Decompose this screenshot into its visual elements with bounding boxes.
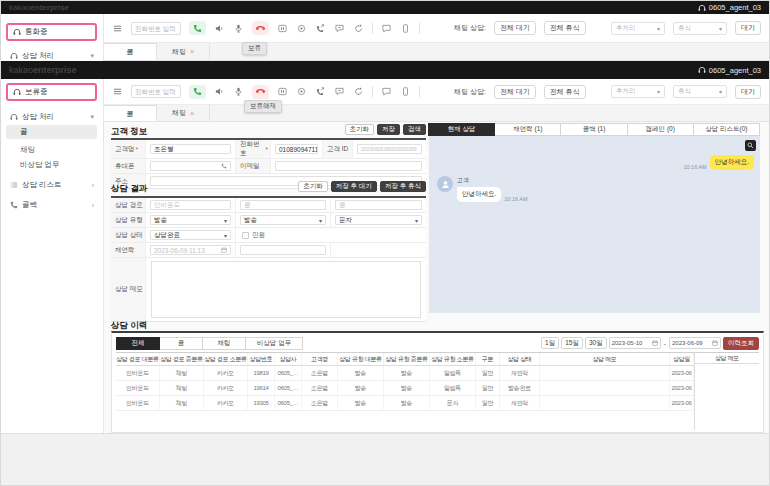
date-from-input[interactable]: 2023-05-10 [609,337,661,349]
agent-status-onhold[interactable]: 보류중 [6,83,97,101]
tab-campaign[interactable]: 캠페인 (0) [627,123,694,136]
all-wait-button[interactable]: 전체 대기 [494,85,536,99]
sidebar-item-counsel-process[interactable]: 상담 처리 ▾ [1,111,103,123]
period-30day-button[interactable]: 30일 [585,337,607,349]
menu-icon[interactable] [112,86,123,97]
date-to-input[interactable]: 2023-06-09 [669,337,721,349]
column-header[interactable]: 고객명 [302,353,338,365]
all-wait-button[interactable]: 전체 대기 [494,21,536,35]
transfer-call-icon[interactable] [315,23,326,34]
chat-transcript[interactable]: 10:16 AM 안녕하세요. 고객 안녕하세요. 10:16 AM [429,136,760,313]
phone-icon[interactable] [221,163,227,169]
history-query-button[interactable]: 이력조회 [723,337,759,350]
phone-number-input[interactable] [131,85,181,98]
message-icon[interactable] [381,23,392,34]
consult-transfer-icon[interactable] [334,86,345,97]
counsel-type1-select[interactable]: 발송▾ [150,215,231,225]
phone-number-input[interactable] [131,22,181,35]
search-icon[interactable] [745,140,756,151]
counsel-status-select[interactable]: 상담완료▾ [150,230,231,240]
column-header[interactable]: 상담번호 [248,353,275,365]
column-header[interactable]: 상담사 [275,353,302,365]
wait-button[interactable]: 대기 [735,21,761,35]
tab-chat[interactable]: 채팅× [157,105,210,121]
postprocess-select[interactable]: 후처리▾ [611,85,665,98]
sidebar-item-chat[interactable]: 채팅 [6,143,97,157]
tab-call[interactable]: 콜 [104,105,157,121]
call-icon[interactable] [189,85,206,99]
menu-icon[interactable] [112,23,123,34]
agent-chip[interactable]: 0605_agent_03 [698,66,761,75]
postprocess-select[interactable]: 후처리▾ [611,22,665,35]
table-row[interactable]: 인바운드 채팅 카카오 19819 0605_… 조은별 발송 발송 알림톡 일… [116,366,694,381]
refresh-icon[interactable] [353,23,364,34]
column-header[interactable]: 상담 상태 [500,353,540,365]
email-input[interactable] [275,161,422,171]
save-and-rest-button[interactable]: 저장 후 휴식 [380,181,426,192]
tab-current-counsel[interactable]: 현재 상담 [428,123,495,136]
reset-button[interactable]: 초기화 [345,124,375,135]
column-header[interactable]: 상담일 [670,353,694,365]
sidebar-item-callback[interactable]: 콜백 › [1,199,103,211]
transfer-call-icon[interactable] [315,86,326,97]
rest-select[interactable]: 휴식▾ [673,22,727,35]
mobile-icon[interactable] [400,23,411,34]
history-tab-non-counsel[interactable]: 비상담 업무 [245,337,303,350]
sidebar-item-non-counsel[interactable]: 비상담 업무 [6,158,97,172]
save-button[interactable]: 저장 [377,124,400,135]
history-tab-all[interactable]: 전체 [116,337,160,350]
hangup-icon[interactable] [252,21,269,35]
speaker-icon[interactable] [214,23,225,34]
tab-call[interactable]: 콜 [104,43,157,60]
recontact-datetime-input[interactable]: 2023-06-09 11:13 [150,245,231,255]
agent-chip[interactable]: 0605_agent_03 [698,3,761,12]
call-icon[interactable] [189,21,206,35]
sidebar-item-counsel-process[interactable]: 상담 처리 ▾ [1,50,103,61]
tab-chat[interactable]: 채팅× [157,43,210,60]
tab-callback[interactable]: 콜백 (1) [560,123,627,136]
mobile-input[interactable] [150,161,231,171]
counsel-memo-textarea[interactable] [151,261,421,318]
period-15day-button[interactable]: 15일 [561,337,583,349]
column-header[interactable]: 상담 유형 소분류 [430,353,476,365]
calendar-icon[interactable] [221,247,227,253]
consult-transfer-icon[interactable] [334,23,345,34]
hangup-icon[interactable] [252,85,269,99]
column-header[interactable]: 상담 경로 대분류 [116,353,160,365]
message-icon[interactable] [381,86,392,97]
record-icon[interactable] [296,86,307,97]
all-rest-button[interactable]: 전체 휴식 [544,85,586,99]
mobile-icon[interactable] [400,86,411,97]
agent-status-oncall[interactable]: 통화중 [6,23,97,41]
recontact-extra-input[interactable] [240,245,326,255]
rest-select[interactable]: 휴식▾ [673,85,727,98]
table-row[interactable]: 인바운드 채팅 카카오 19614 0605_… 조은별 발송 발송 알림톡 일… [116,381,694,396]
column-header[interactable]: 상담 유형 중분류 [384,353,430,365]
column-header[interactable]: 상담 유형 대분류 [338,353,384,365]
tab-recontact[interactable]: 재연락 (1) [494,123,561,136]
sidebar-item-counsel-list[interactable]: 상담 리스트 › [1,179,103,191]
calendar-icon[interactable] [712,340,718,346]
reset-button[interactable]: 초기화 [298,181,328,192]
tab-counsel-list[interactable]: 상담 리스트(0) [693,123,760,136]
mic-icon[interactable] [233,23,244,34]
customer-name-input[interactable]: 조은별 [150,144,231,154]
search-button[interactable]: 검색 [403,124,426,135]
phone-input[interactable]: 01089094711 [275,144,318,154]
mic-icon[interactable] [233,86,244,97]
complaint-checkbox[interactable] [242,232,249,239]
period-1day-button[interactable]: 1일 [541,337,559,349]
hold-icon[interactable] [277,23,288,34]
calendar-icon[interactable] [652,340,658,346]
counsel-type3-select[interactable]: 문자▾ [335,215,422,225]
column-header[interactable]: 상담 메모 [540,353,670,365]
refresh-icon[interactable] [353,86,364,97]
column-header[interactable]: 상담 경로 중분류 [160,353,204,365]
history-tab-chat[interactable]: 채팅 [202,337,246,350]
column-header[interactable]: 구분 [476,353,500,365]
hold-icon[interactable] [277,86,288,97]
speaker-icon[interactable] [214,86,225,97]
column-header[interactable]: 상담 경로 소분류 [204,353,248,365]
save-and-wait-button[interactable]: 저장 후 대기 [331,181,377,192]
record-icon[interactable] [296,23,307,34]
